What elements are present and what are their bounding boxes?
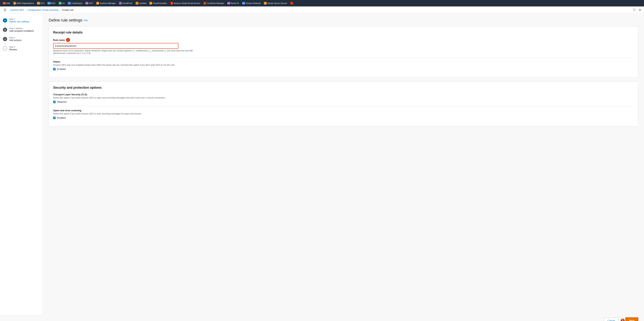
nav-service-cert[interactable]: 🔒 Certificate Manager: [202, 1, 226, 5]
step-4-item[interactable]: ○ Step 4 Review: [3, 46, 40, 51]
nav-service-extra[interactable]: C: [289, 1, 295, 5]
status-checkbox-row: Enabled: [53, 68, 634, 70]
settings-button[interactable]: ⚙: [639, 8, 641, 12]
iam-icon: IAM: [3, 2, 6, 5]
status-title: Status: [53, 60, 634, 63]
lambda-icon: λ: [136, 2, 138, 5]
content-area: Define rule settings Info Receipt rule d…: [43, 14, 644, 314]
spam-enabled-label[interactable]: Enabled: [57, 116, 66, 119]
nav-service-s3[interactable]: S3 S3: [57, 1, 66, 5]
info-button[interactable]: ⓘ: [633, 8, 636, 12]
top-navigation: IAM IAM ☁ AWS Organizations EC2 EC2 RDS …: [0, 0, 644, 7]
nav-service-sqs[interactable]: SQ Simple Queue Service: [262, 1, 288, 5]
step-3-item[interactable]: ● Step 3 Add actions: [3, 37, 40, 42]
nav-service-label: VPC: [89, 2, 93, 4]
breadcrumb-ses-link[interactable]: Amazon SES: [10, 9, 24, 11]
nav-service-aws-org[interactable]: ☁ AWS Organizations: [12, 1, 36, 5]
nav-service-cloudfront[interactable]: CF CloudFront: [118, 1, 134, 5]
next-button[interactable]: Next: [626, 317, 638, 321]
nav-service-label: Certificate Manager: [207, 2, 224, 4]
route53-icon: R53: [227, 2, 230, 5]
nav-service-label: RDS: [51, 2, 56, 4]
step-1-circle: ●: [3, 18, 7, 23]
spam-group: Spam and virus scanning Select this opti…: [53, 109, 634, 119]
steps-sidebar: ● Step 1 Define rule settings ● Step 2 o…: [0, 14, 43, 314]
spam-desc: Select this option if you want Amazon SE…: [53, 112, 634, 115]
step-4-info: Step 4 Review: [9, 46, 40, 51]
cancel-button[interactable]: Cancel: [604, 317, 618, 321]
status-divider: [53, 57, 634, 58]
step-3-circle: ●: [3, 37, 7, 41]
nav-service-ec2[interactable]: EC2 EC2: [36, 1, 46, 5]
step-2-info: Step 2 optional Add recipient conditions: [9, 27, 40, 32]
step-1-label: Step 1: [9, 18, 40, 20]
sqs-icon: SQ: [264, 2, 267, 5]
step-3-info: Step 3 Add actions: [9, 37, 40, 42]
step-4-label: Step 4: [9, 46, 40, 48]
ses-icon: ✉: [170, 2, 173, 5]
rule-name-annotation-badge: 1: [66, 38, 70, 42]
vpc-icon: VPC: [86, 2, 88, 5]
nav-service-ses[interactable]: ✉ Amazon Simple Email Service: [169, 1, 202, 5]
nav-service-vpc[interactable]: VPC VPC: [84, 1, 95, 5]
aws-org-icon: ☁: [13, 2, 16, 5]
status-enabled-label[interactable]: Enabled: [57, 68, 66, 70]
security-options-card: Security and protection options Transpor…: [49, 81, 638, 126]
tls-desc: Select this option if you want Amazon SE…: [53, 97, 634, 99]
step-1-item[interactable]: ● Step 1 Define rule settings: [3, 18, 40, 23]
receipt-rule-card-title: Receipt rule details: [53, 31, 634, 34]
extra-icon: C: [290, 2, 293, 5]
nav-service-rds[interactable]: RDS RDS: [46, 1, 57, 5]
spam-checkbox-row: Enabled: [53, 116, 634, 119]
step-3-label: Step 3: [9, 37, 40, 39]
breadcrumb-sep-2: ›: [60, 9, 60, 11]
nav-service-codedeploy[interactable]: CD CodeDeploy: [66, 1, 84, 5]
nav-service-route53[interactable]: R53 Route 53: [226, 1, 240, 5]
action-button-row: Cancel 2Next: [0, 314, 644, 321]
nav-service-label: CloudFormation: [153, 2, 167, 4]
rule-name-hint: Maximum lenth of 64 characters. Name sho…: [53, 49, 205, 54]
step-2-item[interactable]: ● Step 2 optional Add recipient conditio…: [3, 27, 40, 32]
nav-service-label: CloudFront: [122, 2, 132, 4]
tls-required-checkbox[interactable]: [53, 101, 56, 103]
status-desc: Amazon SES only runs enabled receipt rul…: [53, 64, 634, 66]
tls-title: Transport Layer Security (TLS): [53, 93, 634, 96]
rds-icon: RDS: [48, 2, 51, 5]
breadcrumb-current: Create rule: [62, 9, 74, 11]
tls-group: Transport Layer Security (TLS) Select th…: [53, 93, 634, 103]
nav-service-label: Lambda: [139, 2, 146, 4]
nav-service-label: Amazon Bedrock: [246, 2, 261, 4]
cert-icon: 🔒: [204, 2, 206, 5]
tls-required-label[interactable]: Required: [57, 100, 66, 103]
nav-service-label: Simple Queue Service: [268, 2, 287, 4]
nav-service-bedrock[interactable]: BR Amazon Bedrock: [241, 1, 262, 5]
hamburger-button[interactable]: ☰: [3, 7, 7, 13]
breadcrumb-config-link[interactable]: Configuration: Email receiving: [28, 9, 58, 11]
bedrock-icon: BR: [242, 2, 245, 5]
cloudfront-icon: CF: [119, 2, 122, 5]
s3-icon: S3: [59, 2, 62, 5]
status-enabled-checkbox[interactable]: [53, 68, 56, 70]
nav-service-systems-manager[interactable]: SM Systems Manager: [95, 1, 117, 5]
step-3-title: Add actions: [9, 39, 40, 42]
nav-service-iam[interactable]: IAM IAM: [2, 1, 12, 5]
nav-service-label: AWS Organizations: [17, 2, 34, 4]
nav-service-label: CodeDeploy: [72, 2, 82, 4]
step-1-info: Step 1 Define rule settings: [9, 18, 40, 23]
step-1-title: Define rule settings: [9, 20, 40, 23]
tls-checkbox-row: Required: [53, 100, 634, 103]
rule-name-input[interactable]: [53, 43, 178, 49]
nav-service-label: S3: [62, 2, 64, 4]
spam-enabled-checkbox[interactable]: [53, 117, 56, 119]
nav-service-lambda[interactable]: λ Lambda: [134, 1, 148, 5]
info-link[interactable]: Info: [84, 19, 88, 22]
next-annotation-badge: 2: [621, 319, 625, 321]
nav-service-label: EC2: [40, 2, 44, 4]
rule-name-group: Rule name 1 Maximum lenth of 64 characte…: [53, 38, 634, 54]
steps-container: ● Step 1 Define rule settings ● Step 2 o…: [3, 18, 40, 51]
nav-service-label: IAM: [6, 2, 10, 4]
nav-service-cloudformation[interactable]: CF CloudFormation: [148, 1, 168, 5]
ec2-icon: EC2: [37, 2, 40, 5]
nav-service-label: Systems Manager: [100, 2, 116, 4]
step-2-circle: ●: [3, 28, 7, 32]
